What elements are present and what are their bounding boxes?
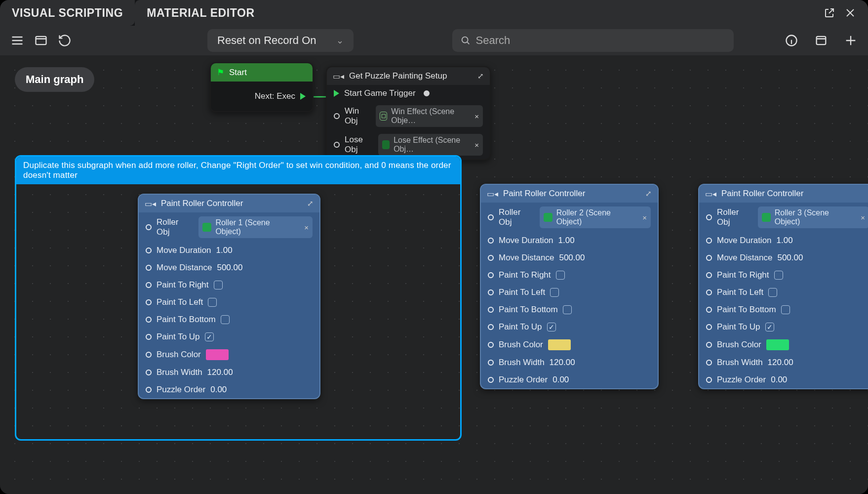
- clear-icon[interactable]: ×: [861, 213, 865, 222]
- port[interactable]: [706, 289, 712, 295]
- port[interactable]: [146, 334, 152, 340]
- color-swatch[interactable]: [206, 349, 229, 360]
- tab-visual-scripting[interactable]: VISUAL SCRIPTING: [0, 0, 135, 26]
- node-header[interactable]: ▭◂ Paint Roller Controller ⤢: [481, 185, 658, 203]
- port[interactable]: [488, 324, 494, 330]
- node-header[interactable]: Start: [211, 63, 313, 82]
- value[interactable]: 0.00: [210, 385, 227, 395]
- paint-roller-controller-node[interactable]: ▭◂ Paint Roller Controller Roller Obj Ro…: [698, 184, 868, 389]
- color-swatch[interactable]: [548, 339, 571, 350]
- port[interactable]: [488, 307, 494, 313]
- port[interactable]: [146, 265, 152, 271]
- close-icon[interactable]: [844, 7, 856, 19]
- port[interactable]: [146, 282, 152, 288]
- value[interactable]: 120.00: [207, 368, 233, 377]
- clear-icon[interactable]: ×: [474, 112, 479, 121]
- port[interactable]: [706, 360, 712, 366]
- clear-icon[interactable]: ×: [642, 213, 647, 222]
- graph-canvas[interactable]: Main graph Start Next: Exec ▭◂ Get Puzzl…: [0, 55, 868, 494]
- node-header[interactable]: ▭◂ Paint Roller Controller: [699, 185, 868, 203]
- paint-roller-controller-node[interactable]: ▭◂ Paint Roller Controller ⤢ Roller Obj …: [480, 184, 659, 389]
- port[interactable]: [488, 238, 494, 244]
- checkbox[interactable]: [221, 315, 230, 324]
- clear-icon[interactable]: ×: [474, 141, 479, 149]
- port[interactable]: [488, 377, 494, 383]
- graph-title-chip[interactable]: Main graph: [15, 67, 94, 92]
- value[interactable]: 500.00: [777, 253, 803, 263]
- expand-icon[interactable]: ⤢: [477, 72, 484, 81]
- record-mode-dropdown[interactable]: Reset on Record On ⌄: [207, 29, 354, 52]
- checkbox-checked[interactable]: ✓: [205, 332, 214, 341]
- port[interactable]: [146, 247, 152, 253]
- value[interactable]: 1.00: [216, 246, 233, 255]
- port[interactable]: [146, 370, 152, 375]
- port[interactable]: [706, 272, 712, 278]
- port[interactable]: [146, 299, 152, 305]
- checkbox[interactable]: [781, 305, 790, 314]
- scene-object-chip[interactable]: Roller 3 (Scene Object)×: [758, 206, 868, 228]
- add-button[interactable]: [841, 31, 860, 50]
- scene-object-chip[interactable]: Roller 1 (Scene Object)×: [198, 216, 313, 238]
- port[interactable]: [706, 342, 712, 348]
- menu-button[interactable]: [8, 31, 27, 50]
- port[interactable]: [488, 272, 494, 278]
- scene-object-chip[interactable]: Roller 2 (Scene Object)×: [540, 206, 651, 228]
- checkbox[interactable]: [556, 271, 565, 280]
- port[interactable]: [488, 342, 494, 348]
- port[interactable]: [706, 238, 712, 244]
- node-header[interactable]: ▭◂ Paint Roller Controller ⤢: [139, 195, 319, 212]
- color-swatch[interactable]: [766, 339, 789, 350]
- expand-icon[interactable]: ⤢: [645, 189, 652, 198]
- value[interactable]: 120.00: [550, 358, 575, 368]
- clear-icon[interactable]: ×: [304, 223, 309, 232]
- port[interactable]: [706, 377, 712, 383]
- start-node[interactable]: Start Next: Exec: [210, 62, 314, 112]
- scene-object-chip[interactable]: Lose Effect (Scene Obj… ×: [378, 134, 483, 156]
- port[interactable]: [706, 255, 712, 261]
- exec-in-port[interactable]: [334, 90, 339, 97]
- port[interactable]: [488, 214, 494, 220]
- checkbox-checked[interactable]: ✓: [547, 323, 556, 331]
- checkbox[interactable]: [208, 298, 217, 307]
- value[interactable]: 120.00: [768, 358, 793, 368]
- value[interactable]: 500.00: [217, 263, 242, 273]
- exec-out-port[interactable]: [300, 93, 306, 100]
- port[interactable]: [146, 317, 152, 323]
- checkbox-checked[interactable]: ✓: [765, 323, 774, 331]
- checkbox[interactable]: [563, 305, 572, 314]
- checkbox[interactable]: [768, 288, 777, 297]
- data-port[interactable]: [334, 142, 340, 148]
- data-port[interactable]: [424, 90, 430, 96]
- reload-button[interactable]: [55, 31, 74, 50]
- node-header[interactable]: ▭◂ Get Puzzle Painting Setup ⤢: [327, 67, 490, 85]
- value[interactable]: 1.00: [558, 236, 575, 246]
- paint-roller-controller-node[interactable]: ▭◂ Paint Roller Controller ⤢ Roller Obj …: [138, 194, 320, 399]
- window-button[interactable]: [812, 31, 830, 50]
- port[interactable]: [146, 387, 152, 393]
- port[interactable]: [488, 360, 494, 366]
- popout-icon[interactable]: [824, 7, 835, 19]
- value[interactable]: 0.00: [771, 375, 787, 385]
- port[interactable]: [706, 324, 712, 330]
- get-puzzle-setup-node[interactable]: ▭◂ Get Puzzle Painting Setup ⤢ Start Gam…: [326, 66, 491, 160]
- port[interactable]: [146, 352, 152, 358]
- port[interactable]: [706, 307, 712, 313]
- value[interactable]: 1.00: [777, 236, 793, 246]
- port[interactable]: [488, 289, 494, 295]
- value[interactable]: 0.00: [552, 375, 569, 385]
- scene-object-chip[interactable]: ☐ Win Effect (Scene Obje… ×: [376, 105, 483, 127]
- group-comment[interactable]: Duplicate this subgraph when add more ro…: [16, 157, 460, 184]
- data-port[interactable]: [334, 113, 340, 119]
- checkbox[interactable]: [550, 288, 559, 297]
- port[interactable]: [488, 255, 494, 261]
- tab-material-editor[interactable]: MATERIAL EDITOR: [135, 0, 868, 26]
- port[interactable]: [146, 224, 152, 230]
- search-input[interactable]: Search: [452, 29, 734, 52]
- checkbox[interactable]: [214, 281, 223, 289]
- checkbox[interactable]: [774, 271, 783, 280]
- expand-icon[interactable]: ⤢: [307, 199, 314, 208]
- port[interactable]: [706, 214, 712, 220]
- info-button[interactable]: [782, 31, 801, 50]
- panel-button[interactable]: [32, 31, 50, 50]
- value[interactable]: 500.00: [559, 253, 585, 263]
